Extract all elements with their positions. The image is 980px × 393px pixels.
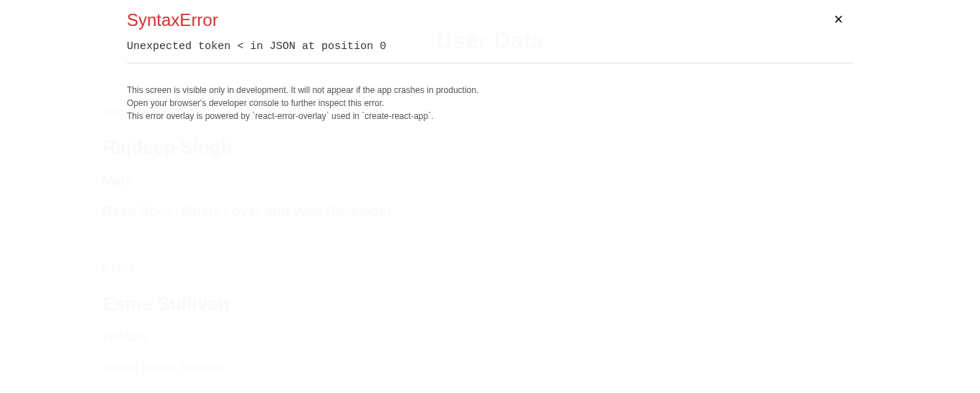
error-overlay: × SyntaxError Unexpected token < in JSON…: [0, 0, 980, 393]
error-help-text: This screen is visible only in developme…: [127, 84, 853, 123]
error-help-line: Open your browser's developer console to…: [127, 97, 853, 110]
error-message: Unexpected token < in JSON at position 0: [127, 40, 853, 53]
close-button[interactable]: ×: [831, 9, 846, 30]
error-divider: [127, 63, 853, 63]
error-help-line: This error overlay is powered by `react-…: [127, 110, 853, 123]
error-title: SyntaxError: [127, 10, 853, 30]
error-help-line: This screen is visible only in developme…: [127, 84, 853, 97]
